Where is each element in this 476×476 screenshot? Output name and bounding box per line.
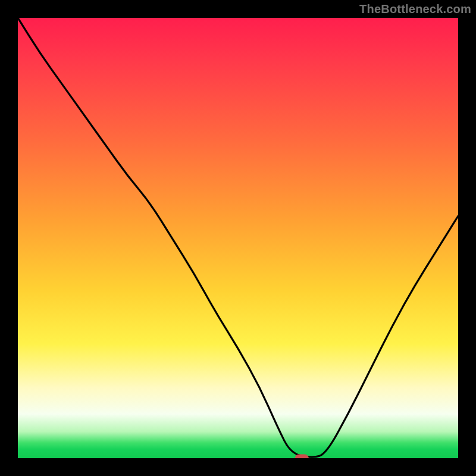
chart-stage: TheBottleneck.com <box>0 0 476 476</box>
bottleneck-curve-svg <box>18 18 458 458</box>
plot-area <box>18 18 458 458</box>
watermark-text: TheBottleneck.com <box>359 2 471 16</box>
bottleneck-curve-path <box>18 18 458 457</box>
optimal-point-marker <box>295 455 308 458</box>
